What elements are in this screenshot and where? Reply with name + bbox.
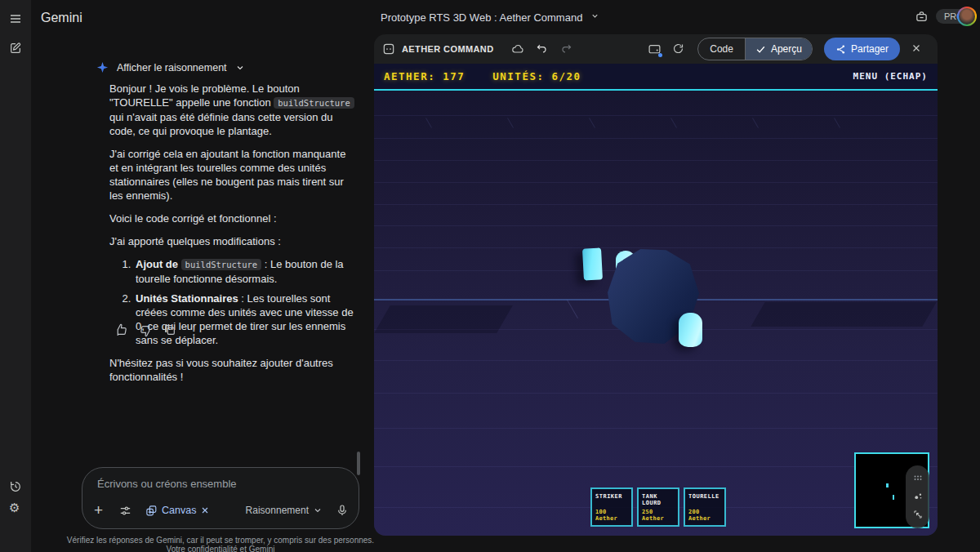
menu-button[interactable]: MENU (ECHAP) (853, 71, 928, 82)
mode-label: Raisonnement (246, 505, 309, 516)
assistant-message: Bonjour ! Je vois le problème. Le bouton… (109, 82, 357, 393)
tools-icon[interactable] (915, 10, 929, 24)
minimap-unit-dot (886, 483, 889, 487)
build-button-tank-lourd[interactable]: TANK LOURD 250 Aether (637, 487, 679, 527)
code-tab[interactable]: Code (698, 38, 745, 60)
message-paragraph: N'hésitez pas si vous souhaitez ajouter … (109, 356, 357, 384)
tune-icon[interactable] (118, 504, 132, 518)
game-hud: AETHER: 177 UNITÉS: 6/20 MENU (ECHAP) (374, 64, 938, 91)
reasoning-toggle-label: Afficher le raisonnement (117, 62, 227, 73)
more-options-icon[interactable]: ⋮ (188, 323, 196, 337)
chat-scrollbar[interactable] (357, 452, 360, 475)
add-attachment-icon[interactable]: + (94, 502, 110, 519)
canvas-header: AETHER COMMAND Code Aper (374, 34, 938, 64)
refresh-icon[interactable] (672, 42, 685, 56)
left-sidebar: ⚙ (0, 0, 31, 552)
canvas-icon (145, 505, 158, 517)
share-button[interactable]: Partager (824, 38, 900, 60)
avatar-photo (959, 8, 975, 24)
units-counter: UNITÉS: 6/20 (492, 70, 581, 82)
thumbs-up-icon[interactable] (114, 323, 128, 337)
cloud-saved-icon (511, 42, 524, 56)
chevron-down-icon (590, 11, 599, 20)
canvas-panel: AETHER COMMAND Code Aper (374, 34, 938, 536)
unit-box[interactable] (582, 247, 603, 280)
notification-dot (658, 53, 662, 57)
gemini-app: ⚙ Gemini Prototype RTS 3D Web : Aether C… (0, 0, 980, 552)
device-preview-icon[interactable] (648, 42, 661, 56)
composer-toolbar: + Canvas Raisonnement (94, 501, 349, 520)
prompt-input[interactable] (97, 478, 326, 490)
minimap-unit-dot (893, 495, 894, 500)
view-toggle: Code Aperçu (697, 38, 813, 60)
avatar[interactable] (957, 7, 977, 26)
canvas-chip[interactable]: Canvas (145, 505, 210, 517)
unit-cylinder[interactable] (679, 313, 702, 347)
list-item: Unités Stationnaires : Les tourelles son… (134, 292, 357, 347)
select-arrow-icon[interactable] (912, 509, 924, 520)
canvas-floating-toolbar (906, 465, 929, 528)
redo-icon[interactable] (560, 42, 573, 56)
canvas-title: AETHER COMMAND (402, 44, 494, 54)
message-paragraph: J'ai corrigé cela en ajoutant la fonctio… (109, 147, 357, 203)
reasoning-toggle[interactable]: Afficher le raisonnement (96, 61, 245, 73)
message-paragraph: Voici le code corrigé et fonctionnel : (109, 211, 357, 225)
new-chat-icon[interactable] (9, 42, 22, 55)
game-viewport[interactable]: AETHER: 177 UNITÉS: 6/20 MENU (ECHAP) ST… (374, 64, 938, 536)
close-canvas-icon[interactable] (911, 42, 924, 56)
check-icon (755, 44, 766, 55)
preview-tab[interactable]: Aperçu (745, 38, 812, 60)
message-paragraph: Bonjour ! Je vois le problème. Le bouton… (109, 82, 357, 138)
undo-icon[interactable] (536, 42, 549, 56)
message-paragraph: J'ai apporté quelques modifications : (109, 234, 357, 248)
share-icon (835, 44, 846, 55)
chevron-down-icon (235, 63, 245, 73)
settings-gear-icon[interactable]: ⚙ (9, 501, 22, 514)
message-actions: ⋮ (114, 323, 196, 337)
reasoning-mode-selector[interactable]: Raisonnement (246, 505, 323, 516)
gemini-sparkle-icon (96, 61, 109, 73)
mic-icon[interactable] (336, 504, 349, 517)
build-button-tourelle[interactable]: TOURELLE 200 Aether (684, 487, 726, 527)
build-bar: STRIKER 100 Aether TANK LOURD 250 Aether… (590, 487, 726, 527)
copy-icon[interactable] (163, 323, 177, 337)
build-button-striker[interactable]: STRIKER 100 Aether (590, 487, 633, 527)
chevron-down-icon (313, 505, 323, 515)
conversation-title[interactable]: Prototype RTS 3D Web : Aether Command (0, 11, 980, 24)
nodes-icon[interactable] (912, 491, 924, 502)
drag-handle-icon[interactable] (912, 474, 924, 485)
history-icon[interactable] (9, 480, 22, 493)
prompt-composer: + Canvas Raisonnement (82, 467, 359, 529)
privacy-link[interactable]: Votre confidentialité et Gemini (167, 545, 275, 552)
thumbs-down-icon[interactable] (139, 323, 153, 337)
remove-canvas-icon[interactable] (200, 505, 210, 515)
aether-counter: AETHER: 177 (384, 70, 465, 82)
footer-disclaimer: Vérifiez les réponses de Gemini, car il … (49, 536, 392, 552)
list-item: Ajout de buildStructure : Le bouton de l… (134, 257, 357, 286)
code-block-icon (382, 42, 395, 56)
canvas-chip-label: Canvas (162, 505, 196, 516)
